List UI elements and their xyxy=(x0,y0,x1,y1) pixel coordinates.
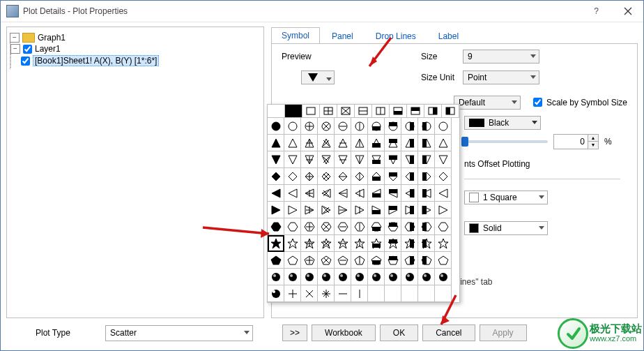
palette-cell-triangle-up-2[interactable] xyxy=(301,135,318,151)
palette-cell-triangle-down-6[interactable] xyxy=(368,151,385,168)
palette-cell-pentagon-8[interactable] xyxy=(401,252,418,269)
tree-item-data[interactable]: [Book1]Sheet1! A(X), B(Y) [1*:6*] xyxy=(11,55,261,66)
palette-cell-triangle-up-0[interactable] xyxy=(268,135,284,151)
palette-cell-triangle-left-9[interactable] xyxy=(418,185,435,202)
palette-cell-triangle-right-1[interactable] xyxy=(284,202,301,218)
palette-cell-circle-4[interactable] xyxy=(335,118,351,135)
palette-cell-star-8[interactable] xyxy=(401,235,418,252)
symbol-preview-dropdown[interactable] xyxy=(301,70,335,84)
palette-cell-triangle-right-8[interactable] xyxy=(401,202,418,218)
palette-cell-triangle-right-3[interactable] xyxy=(318,202,335,218)
palette-cell-triangle-right-0[interactable] xyxy=(268,202,284,218)
tree-panel[interactable]: − Graph1 − Layer1 xyxy=(6,27,264,318)
palette-cell-hexagon-0[interactable] xyxy=(268,218,284,235)
palette-cell-star-5[interactable] xyxy=(351,235,368,252)
palette-cell-sphere-3[interactable] xyxy=(318,269,335,285)
tree-item-layer[interactable]: − Layer1 xyxy=(10,44,261,54)
palette-cell-triangle-down-7[interactable] xyxy=(385,151,401,168)
tab-symbol[interactable]: Symbol xyxy=(271,27,320,44)
palette-cell-last-7[interactable] xyxy=(385,285,401,302)
palette-cell-sphere-9[interactable] xyxy=(418,269,435,285)
palette-cell-hexagon-10[interactable] xyxy=(435,218,452,235)
palette-cell-last-6[interactable] xyxy=(368,285,385,302)
scale-by-symbol-checkbox[interactable]: Scale by Symbol Size xyxy=(530,96,627,109)
apply-button[interactable]: Apply xyxy=(480,324,527,341)
collapse-icon[interactable]: − xyxy=(10,44,20,54)
symbol-palette-popup[interactable] xyxy=(267,104,460,303)
palette-cell-circle-2[interactable] xyxy=(301,118,318,135)
palette-cell-triangle-left-6[interactable] xyxy=(368,185,385,202)
palette-cell-last-5[interactable] xyxy=(351,285,368,302)
workbook-button[interactable]: Workbook xyxy=(312,324,376,341)
palette-cell-diamond-4[interactable] xyxy=(335,168,351,185)
palette-cell-triangle-down-1[interactable] xyxy=(284,151,301,168)
palette-cell-hexagon-1[interactable] xyxy=(284,218,301,235)
palette-cell-triangle-right-9[interactable] xyxy=(418,202,435,218)
palette-cell-star-10[interactable] xyxy=(435,235,452,252)
palette-cell-star-0[interactable] xyxy=(268,235,284,252)
palette-cell-triangle-down-8[interactable] xyxy=(401,151,418,168)
symbol-color-combo[interactable]: Black xyxy=(464,116,541,130)
palette-cell-hexagon-4[interactable] xyxy=(335,218,351,235)
palette-cell-triangle-up-4[interactable] xyxy=(335,135,351,151)
palette-cell-sphere-5[interactable] xyxy=(351,269,368,285)
spinner-up-icon[interactable]: ▲ xyxy=(588,135,598,142)
palette-cell-star-7[interactable] xyxy=(385,235,401,252)
palette-cell-star-4[interactable] xyxy=(335,235,351,252)
palette-cell-pentagon-4[interactable] xyxy=(335,252,351,269)
palette-cell-star-3[interactable] xyxy=(318,235,335,252)
palette-cell-triangle-right-6[interactable] xyxy=(368,202,385,218)
palette-cell-diamond-6[interactable] xyxy=(368,168,385,185)
palette-cell-sphere-2[interactable] xyxy=(301,269,318,285)
palette-cell-pentagon-9[interactable] xyxy=(418,252,435,269)
palette-cell-triangle-down-0[interactable] xyxy=(268,151,284,168)
palette-cell-triangle-down-3[interactable] xyxy=(318,151,335,168)
palette-cell-triangle-left-1[interactable] xyxy=(284,185,301,202)
palette-cell-pentagon-6[interactable] xyxy=(368,252,385,269)
palette-cell-circle-0[interactable] xyxy=(268,118,284,135)
palette-cell-triangle-right-2[interactable] xyxy=(301,202,318,218)
spinner-down-icon[interactable]: ▼ xyxy=(588,142,598,148)
palette-cell-triangle-left-2[interactable] xyxy=(301,185,318,202)
palette-cell-triangle-left-5[interactable] xyxy=(351,185,368,202)
palette-cell-triangle-down-2[interactable] xyxy=(301,151,318,168)
tree-item-graph[interactable]: − Graph1 xyxy=(10,33,261,43)
size-unit-combo[interactable]: Point xyxy=(463,70,539,84)
palette-cell-sphere-10[interactable] xyxy=(435,269,452,285)
palette-cell-diamond-5[interactable] xyxy=(351,168,368,185)
palette-cell-hexagon-2[interactable] xyxy=(301,218,318,235)
palette-cell-triangle-down-10[interactable] xyxy=(435,151,452,168)
palette-cell-circle-7[interactable] xyxy=(385,118,401,135)
palette-cell-pentagon-2[interactable] xyxy=(301,252,318,269)
edge-thickness-combo[interactable]: Default xyxy=(454,96,521,110)
slider-thumb[interactable] xyxy=(461,137,468,147)
palette-cell-hexagon-9[interactable] xyxy=(418,218,435,235)
palette-cell-triangle-right-5[interactable] xyxy=(351,202,368,218)
palette-cell-diamond-10[interactable] xyxy=(435,168,452,185)
palette-cell-diamond-0[interactable] xyxy=(268,168,284,185)
palette-cell-circle-6[interactable] xyxy=(368,118,385,135)
palette-cell-triangle-left-10[interactable] xyxy=(435,185,452,202)
palette-cell-last-0[interactable] xyxy=(268,285,284,302)
palette-cell-sphere-7[interactable] xyxy=(385,269,401,285)
palette-cell-circle-5[interactable] xyxy=(351,118,368,135)
palette-cell-circle-1[interactable] xyxy=(284,118,301,135)
palette-cell-triangle-left-4[interactable] xyxy=(335,185,351,202)
tab-droplines[interactable]: Drop Lines xyxy=(365,28,427,44)
data-visible-checkbox[interactable] xyxy=(21,57,30,66)
layer-visible-checkbox[interactable] xyxy=(23,45,32,54)
tab-panel[interactable]: Panel xyxy=(321,28,364,44)
palette-cell-diamond-7[interactable] xyxy=(385,168,401,185)
close-button[interactable] xyxy=(612,1,643,22)
palette-cell-last-8[interactable] xyxy=(401,285,418,302)
palette-cell-star-2[interactable] xyxy=(301,235,318,252)
palette-cell-diamond-3[interactable] xyxy=(318,168,335,185)
palette-cell-triangle-left-3[interactable] xyxy=(318,185,335,202)
palette-cell-triangle-up-1[interactable] xyxy=(284,135,301,151)
palette-cell-sphere-0[interactable] xyxy=(268,269,284,285)
palette-cell-pentagon-1[interactable] xyxy=(284,252,301,269)
palette-cell-triangle-down-5[interactable] xyxy=(351,151,368,168)
palette-cell-triangle-left-8[interactable] xyxy=(401,185,418,202)
palette-cell-triangle-left-0[interactable] xyxy=(268,185,284,202)
fill-combo[interactable]: Solid xyxy=(464,221,548,235)
